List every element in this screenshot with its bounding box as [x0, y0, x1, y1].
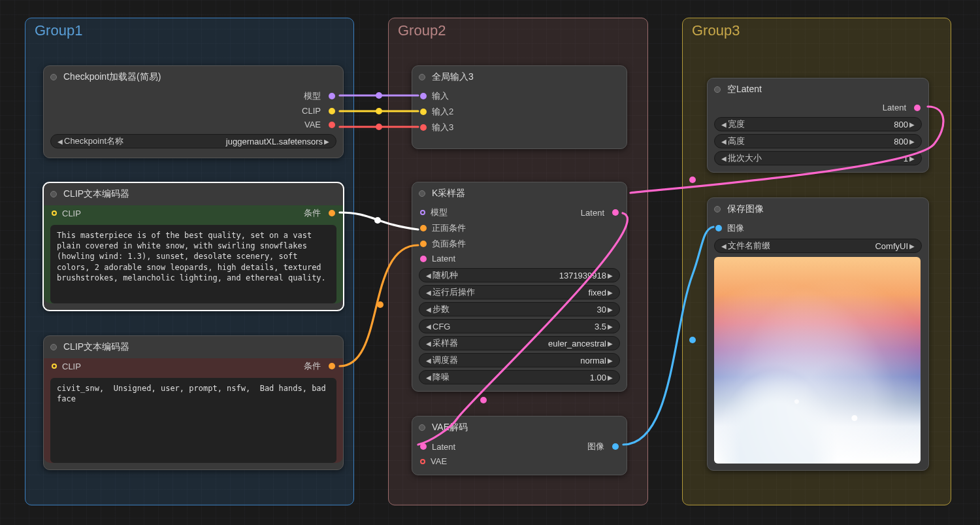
output-latent[interactable]: Latent	[883, 103, 921, 112]
group-3-label: Group3	[692, 22, 740, 39]
node-empty-latent[interactable]: 空Latent Latent ◀宽度800▶ ◀高度800▶ ◀批次大小1▶	[707, 78, 929, 173]
node-clip-negative[interactable]: CLIP文本编码器 CLIP 条件 civit_snw, Unsigned, u…	[43, 335, 344, 470]
widget-filename-prefix[interactable]: ◀文件名前缀ComfyUI▶	[714, 239, 922, 253]
widget-batch[interactable]: ◀批次大小1▶	[714, 151, 922, 165]
node-header[interactable]: VAE解码	[412, 416, 627, 439]
prompt-text-input[interactable]: civit_snw, Unsigned, user, prompt, nsfw,…	[50, 378, 336, 463]
node-ksampler[interactable]: K采样器 模型 Latent 正面条件 负面条件 Latent ◀随机种1371…	[412, 182, 627, 392]
node-title: CLIP文本编码器	[63, 341, 129, 353]
widget-cfg[interactable]: ◀CFG3.5▶	[419, 319, 620, 333]
chevron-left-icon[interactable]: ◀	[56, 138, 64, 145]
chevron-left-icon[interactable]: ◀	[425, 374, 433, 381]
node-global-input[interactable]: 全局输入3 输入 输入2 输入3	[412, 65, 627, 149]
collapse-dot-icon[interactable]	[50, 191, 57, 197]
collapse-dot-icon[interactable]	[419, 424, 425, 431]
output-conditioning[interactable]: 条件	[304, 207, 335, 219]
chevron-left-icon[interactable]: ◀	[720, 243, 728, 250]
node-header[interactable]: K采样器	[412, 182, 627, 205]
widget-seed[interactable]: ◀随机种1371939918▶	[419, 268, 620, 282]
input-latent[interactable]: Latent	[420, 442, 455, 452]
svg-point-1	[376, 108, 382, 114]
widget-sampler[interactable]: ◀采样器euler_ancestral▶	[419, 336, 620, 350]
prompt-text-input[interactable]: This masterpiece is of the best quality,…	[50, 225, 336, 303]
node-header[interactable]: 保存图像	[708, 198, 928, 220]
chevron-left-icon[interactable]: ◀	[425, 272, 433, 279]
node-header[interactable]: 空Latent	[708, 78, 928, 101]
input-3[interactable]: 输入3	[420, 122, 453, 133]
chevron-left-icon[interactable]: ◀	[425, 357, 433, 364]
input-image[interactable]: 图像	[715, 222, 744, 234]
input-2[interactable]: 输入2	[420, 106, 453, 118]
widget-width[interactable]: ◀宽度800▶	[714, 117, 922, 131]
node-header[interactable]: CLIP文本编码器	[44, 183, 343, 205]
widget-after[interactable]: ◀运行后操作fixed▶	[419, 285, 620, 299]
chevron-right-icon[interactable]: ▶	[606, 272, 614, 279]
node-title: CLIP文本编码器	[63, 188, 129, 200]
chevron-right-icon[interactable]: ▶	[908, 121, 916, 128]
image-preview[interactable]	[714, 257, 921, 464]
collapse-dot-icon[interactable]	[50, 74, 57, 80]
output-model[interactable]: 模型	[304, 90, 335, 102]
chevron-right-icon[interactable]: ▶	[606, 374, 614, 381]
chevron-left-icon[interactable]: ◀	[720, 155, 728, 162]
chevron-right-icon[interactable]: ▶	[908, 155, 916, 162]
chevron-right-icon[interactable]: ▶	[606, 289, 614, 296]
node-title: 保存图像	[727, 203, 764, 215]
chevron-right-icon[interactable]: ▶	[908, 243, 916, 250]
output-conditioning[interactable]: 条件	[304, 360, 335, 372]
input-1[interactable]: 输入	[420, 90, 449, 102]
output-image[interactable]: 图像	[587, 441, 619, 452]
node-clip-positive[interactable]: CLIP文本编码器 CLIP 条件 This masterpiece is of…	[43, 182, 344, 311]
node-title: Checkpoint加载器(简易)	[63, 71, 161, 83]
output-clip[interactable]: CLIP	[302, 106, 335, 116]
svg-point-0	[376, 92, 382, 99]
node-header[interactable]: CLIP文本编码器	[44, 336, 343, 358]
collapse-dot-icon[interactable]	[714, 86, 721, 93]
output-vae[interactable]: VAE	[304, 120, 335, 129]
widget-height[interactable]: ◀高度800▶	[714, 134, 922, 148]
node-title: 空Latent	[727, 84, 762, 95]
chevron-right-icon[interactable]: ▶	[606, 357, 614, 364]
svg-point-3	[374, 217, 381, 224]
chevron-left-icon[interactable]: ◀	[720, 121, 728, 128]
chevron-right-icon[interactable]: ▶	[606, 323, 614, 330]
node-title: 全局输入3	[432, 71, 474, 83]
svg-point-4	[377, 301, 384, 308]
widget-steps[interactable]: ◀步数30▶	[419, 302, 620, 316]
node-checkpoint-loader[interactable]: Checkpoint加载器(简易) 模型 CLIP VAE ◀ Checkpoi…	[43, 65, 344, 158]
chevron-left-icon[interactable]: ◀	[425, 306, 433, 313]
collapse-dot-icon[interactable]	[714, 206, 721, 212]
input-negative[interactable]: 负面条件	[420, 238, 466, 250]
input-clip[interactable]: CLIP	[52, 362, 81, 371]
widget-checkpoint-name[interactable]: ◀ Checkpoint名称 juggernautXL.safetensors …	[50, 134, 336, 148]
node-save-image[interactable]: 保存图像 图像 ◀文件名前缀ComfyUI▶	[707, 197, 929, 471]
group-1-label: Group1	[35, 22, 82, 39]
input-vae[interactable]: VAE	[420, 456, 447, 466]
widget-scheduler[interactable]: ◀调度器normal▶	[419, 353, 620, 367]
chevron-right-icon[interactable]: ▶	[606, 306, 614, 313]
input-clip[interactable]: CLIP	[52, 209, 81, 218]
chevron-left-icon[interactable]: ◀	[425, 340, 433, 347]
node-header[interactable]: 全局输入3	[412, 66, 627, 88]
chevron-right-icon[interactable]: ▶	[908, 138, 916, 145]
collapse-dot-icon[interactable]	[419, 190, 425, 197]
input-latent[interactable]: Latent	[420, 254, 455, 263]
chevron-right-icon[interactable]: ▶	[323, 138, 331, 145]
group-2-label: Group2	[398, 22, 446, 39]
node-title: VAE解码	[432, 422, 468, 433]
chevron-left-icon[interactable]: ◀	[720, 138, 728, 145]
input-model[interactable]: 模型	[420, 207, 448, 218]
output-latent[interactable]: Latent	[581, 208, 619, 218]
widget-denoise[interactable]: ◀降噪1.00▶	[419, 370, 620, 384]
chevron-right-icon[interactable]: ▶	[606, 340, 614, 347]
chevron-left-icon[interactable]: ◀	[425, 323, 433, 330]
svg-point-2	[376, 124, 382, 130]
node-vae-decode[interactable]: VAE解码 Latent 图像 VAE	[412, 416, 627, 475]
collapse-dot-icon[interactable]	[419, 74, 425, 80]
input-positive[interactable]: 正面条件	[420, 222, 466, 234]
node-header[interactable]: Checkpoint加载器(简易)	[44, 66, 343, 88]
collapse-dot-icon[interactable]	[50, 344, 57, 350]
chevron-left-icon[interactable]: ◀	[425, 289, 433, 296]
node-title: K采样器	[432, 188, 465, 199]
